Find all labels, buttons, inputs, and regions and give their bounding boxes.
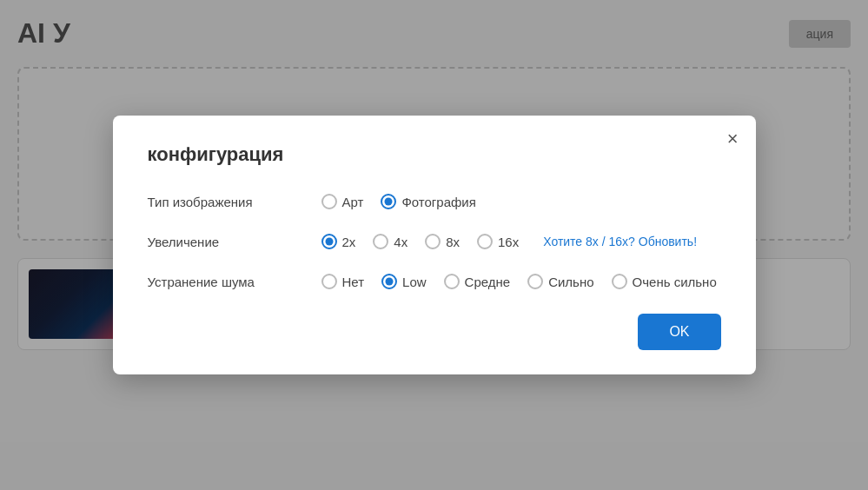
zoom-8x-label: 8x (446, 235, 460, 249)
modal-close-button[interactable]: × (727, 129, 739, 149)
zoom-16x-label: 16x (498, 235, 519, 249)
noise-low-option[interactable]: Low (381, 274, 427, 289)
zoom-8x-option[interactable]: 8x (425, 234, 460, 249)
photo-label: Фотография (401, 195, 475, 209)
image-type-row: Тип изображения Арт Фотография (148, 194, 721, 209)
zoom-row: Увеличение 2x 4x 8x 16x Хотит (148, 234, 721, 249)
zoom-4x-radio[interactable] (373, 234, 388, 249)
image-type-label: Тип изображения (148, 195, 321, 209)
zoom-options: 2x 4x 8x 16x Хотите 8х / 16х? Обновить! (321, 234, 698, 249)
noise-very-strong-option[interactable]: Очень сильно (612, 274, 717, 289)
noise-medium-label: Средне (465, 275, 511, 289)
zoom-16x-radio[interactable] (477, 234, 493, 249)
modal-footer: OK (148, 314, 721, 350)
modal-overlay: конфигурация × Тип изображения Арт Фотог… (0, 0, 868, 490)
image-type-options: Арт Фотография (321, 194, 476, 209)
noise-low-label: Low (402, 275, 427, 289)
config-modal: конфигурация × Тип изображения Арт Фотог… (113, 116, 756, 374)
noise-strong-label: Сильно (548, 275, 593, 289)
noise-row: Устранение шума Нет Low Средне Сильно (148, 274, 721, 289)
zoom-4x-option[interactable]: 4x (373, 234, 407, 249)
zoom-8x-radio[interactable] (425, 234, 441, 249)
zoom-label: Увеличение (148, 235, 321, 249)
zoom-4x-label: 4x (394, 235, 407, 249)
zoom-2x-option[interactable]: 2x (321, 234, 356, 249)
ok-button[interactable]: OK (638, 314, 720, 350)
noise-very-strong-label: Очень сильно (633, 275, 717, 289)
zoom-16x-option[interactable]: 16x (477, 234, 519, 249)
photo-option[interactable]: Фотография (381, 194, 475, 209)
noise-options: Нет Low Средне Сильно Очень сильно (321, 274, 717, 289)
upgrade-link[interactable]: Хотите 8х / 16х? Обновить! (543, 235, 697, 248)
photo-radio[interactable] (381, 194, 396, 209)
modal-title: конфигурация (148, 143, 721, 166)
noise-low-radio[interactable] (381, 274, 397, 289)
noise-none-option[interactable]: Нет (321, 274, 365, 289)
noise-strong-option[interactable]: Сильно (527, 274, 593, 289)
noise-label: Устранение шума (148, 275, 321, 289)
zoom-2x-radio[interactable] (321, 234, 337, 249)
noise-very-strong-radio[interactable] (612, 274, 627, 289)
noise-medium-option[interactable]: Средне (444, 274, 511, 289)
zoom-2x-label: 2x (342, 235, 356, 249)
noise-strong-radio[interactable] (527, 274, 543, 289)
noise-none-label: Нет (342, 275, 365, 289)
art-option[interactable]: Арт (321, 194, 364, 209)
noise-none-radio[interactable] (321, 274, 337, 289)
art-radio[interactable] (321, 194, 337, 209)
art-label: Арт (342, 195, 364, 209)
noise-medium-radio[interactable] (444, 274, 460, 289)
